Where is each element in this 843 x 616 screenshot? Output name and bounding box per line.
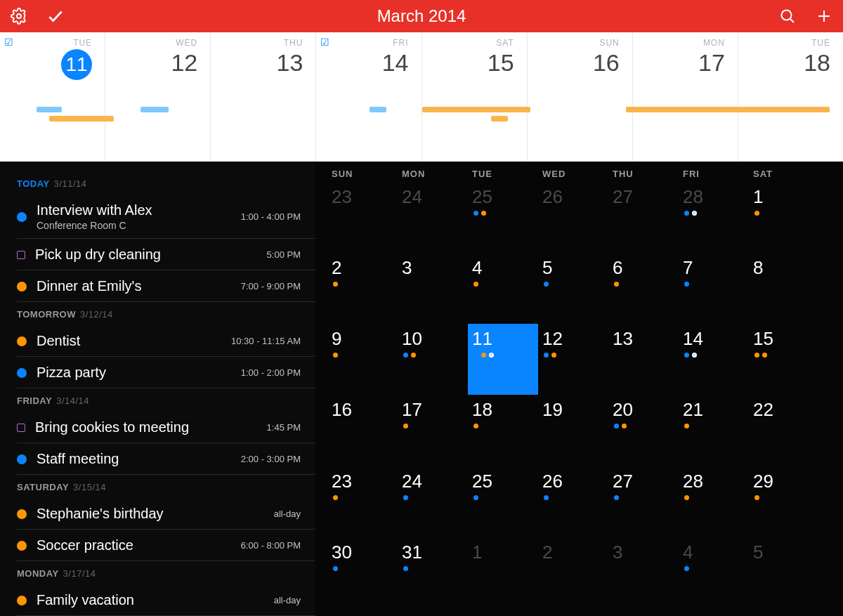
add-button[interactable] [815, 7, 833, 25]
month-day-cell[interactable]: 3 [608, 537, 679, 608]
month-day-cell[interactable]: 2 [538, 537, 608, 608]
month-day-number: 30 [332, 542, 398, 563]
agenda-item-time: 7:00 - 9:00 PM [241, 281, 301, 291]
week-day-cell[interactable]: THU13 [211, 32, 316, 162]
month-day-cell[interactable]: 25 [468, 182, 538, 253]
month-day-cell[interactable]: 19 [538, 395, 608, 466]
week-day-cell[interactable]: MON17 [633, 32, 738, 162]
month-day-cell[interactable]: 14 [679, 324, 749, 395]
week-day-cell[interactable]: ☑︎TUE11 [0, 32, 105, 162]
month-day-cell[interactable]: 30 [327, 537, 398, 608]
month-day-cell[interactable]: 27 [608, 466, 679, 537]
agenda-item-time: all-day [274, 509, 301, 519]
month-day-cell[interactable]: 5 [749, 537, 819, 608]
week-day-cell[interactable]: SAT15 [422, 32, 528, 162]
month-day-cell[interactable]: 15 [749, 324, 819, 395]
weekday-number: 14 [316, 49, 408, 77]
month-day-cell[interactable]: 22 [749, 395, 819, 466]
event-dot [481, 211, 486, 216]
month-day-cell[interactable]: 11 [468, 324, 538, 395]
event-dot [754, 211, 759, 216]
weekday-label: FRI [316, 38, 408, 48]
month-day-number: 10 [402, 328, 468, 350]
agenda-item[interactable]: Pizza party1:00 - 2:00 PM [17, 357, 315, 388]
month-day-number: 27 [613, 471, 679, 492]
month-day-cell[interactable]: 23 [327, 466, 398, 537]
agenda-section-header: TOMORROW3/12/14 [17, 309, 315, 320]
month-day-cell[interactable]: 1 [468, 537, 538, 608]
month-day-number: 18 [472, 399, 538, 421]
month-day-cell[interactable]: 24 [398, 466, 468, 537]
month-day-number: 28 [683, 471, 749, 492]
agenda-item[interactable]: Interview with AlexConference Room C1:00… [17, 195, 315, 239]
month-day-cell[interactable]: 28 [679, 466, 749, 537]
month-day-number: 3 [402, 257, 468, 279]
month-day-cell[interactable]: 26 [538, 182, 608, 253]
agenda-section-date: 3/15/14 [73, 482, 106, 492]
month-day-cell[interactable]: 5 [538, 253, 608, 324]
month-day-cell[interactable]: 24 [398, 182, 468, 253]
month-day-cell[interactable]: 6 [608, 253, 679, 324]
event-dots [332, 282, 398, 287]
month-day-number: 1 [472, 542, 538, 563]
month-day-number: 19 [542, 399, 608, 421]
task-indicator-icon: ☑︎ [4, 37, 13, 48]
month-dow-label: TUE [468, 169, 538, 179]
agenda-item-time: 2:00 - 3:00 PM [241, 454, 301, 464]
month-day-cell[interactable]: 7 [679, 253, 749, 324]
month-day-cell[interactable]: 28 [679, 182, 749, 253]
month-day-cell[interactable]: 29 [749, 466, 819, 537]
agenda-item[interactable]: Soccer practice6:00 - 8:00 PM [17, 530, 315, 561]
month-day-cell[interactable]: 23 [327, 182, 398, 253]
search-button[interactable] [778, 7, 797, 25]
week-day-cell[interactable]: TUE18 [738, 32, 843, 162]
month-day-cell[interactable]: 26 [538, 466, 608, 537]
month-grid-body[interactable]: 2324252627281234567891011121314151617181… [327, 182, 819, 608]
month-day-cell[interactable]: 1 [749, 182, 819, 253]
month-day-cell[interactable]: 17 [398, 395, 468, 466]
agenda-section-date: 3/12/14 [80, 309, 113, 320]
month-day-cell[interactable]: 9 [327, 324, 398, 395]
month-day-cell[interactable]: 3 [398, 253, 468, 324]
tasks-button[interactable] [46, 7, 65, 25]
event-dot [762, 353, 767, 358]
month-day-cell[interactable]: 27 [608, 182, 679, 253]
agenda-list[interactable]: TODAY3/11/14Interview with AlexConferenc… [0, 162, 315, 616]
month-day-cell[interactable]: 10 [398, 324, 468, 395]
settings-button[interactable] [10, 7, 28, 25]
agenda-item[interactable]: Bring cookies to meeting1:45 PM [17, 412, 315, 443]
agenda-item[interactable]: Dinner at Emily's7:00 - 9:00 PM [17, 270, 315, 302]
month-day-number: 15 [753, 328, 819, 350]
event-dots [613, 424, 679, 428]
month-day-cell[interactable]: 31 [398, 537, 468, 608]
month-day-cell[interactable]: 25 [468, 466, 538, 537]
month-day-cell[interactable]: 12 [538, 324, 608, 395]
month-day-number: 22 [753, 399, 819, 421]
month-day-cell[interactable]: 4 [468, 253, 538, 324]
agenda-section-label: FRIDAY [17, 395, 52, 406]
agenda-item[interactable]: Pick up dry cleaning5:00 PM [17, 239, 315, 270]
month-day-cell[interactable]: 20 [608, 395, 679, 466]
month-day-cell[interactable]: 13 [608, 324, 679, 395]
week-strip[interactable]: ☑︎TUE11WED12THU13☑︎FRI14SAT15SUN16MON17T… [0, 32, 843, 162]
agenda-item[interactable]: Family vacationall-day [17, 584, 315, 616]
agenda-item[interactable]: Stephanie's birthdayall-day [17, 498, 315, 530]
week-day-cell[interactable]: ☑︎FRI14 [316, 32, 422, 162]
month-day-number: 29 [753, 471, 819, 492]
month-day-cell[interactable]: 4 [679, 537, 749, 608]
event-dot [333, 353, 338, 358]
agenda-item-title: Stephanie's birthday [37, 505, 267, 522]
agenda-item[interactable]: Dentist10:30 - 11:15 AM [17, 325, 315, 357]
month-grid: SUNMONTUEWEDTHUFRISAT 232425262728123456… [315, 162, 843, 616]
week-day-cell[interactable]: SUN16 [528, 32, 633, 162]
week-day-cell[interactable]: WED12 [105, 32, 211, 162]
month-day-cell[interactable]: 8 [749, 253, 819, 324]
month-day-cell[interactable]: 2 [327, 253, 398, 324]
event-dot [333, 282, 338, 287]
month-day-cell[interactable]: 21 [679, 395, 749, 466]
month-day-cell[interactable]: 16 [327, 395, 398, 466]
event-bar [140, 107, 169, 112]
agenda-item[interactable]: Staff meeting2:00 - 3:00 PM [17, 443, 315, 475]
event-dot [473, 495, 478, 500]
month-day-cell[interactable]: 18 [468, 395, 538, 466]
